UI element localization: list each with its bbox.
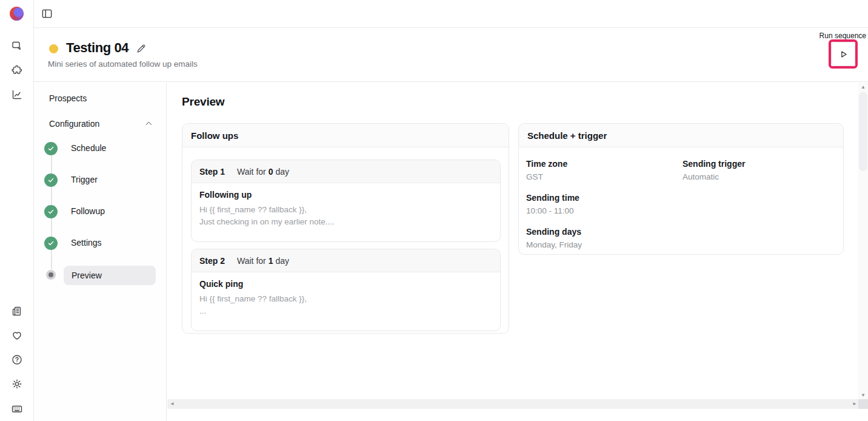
email-body-line: ...: [199, 305, 492, 317]
field-sending-days: Sending days Monday, Friday: [526, 227, 678, 249]
app-root: { "header": { "title": "Testing 04", "su…: [0, 0, 868, 421]
prospects-label: Prospects: [49, 93, 87, 103]
help-icon[interactable]: [11, 354, 23, 366]
check-circle-icon: [44, 142, 58, 155]
scroll-up-arrow-icon[interactable]: ▲: [861, 85, 866, 90]
email-subject: Quick ping: [199, 279, 492, 289]
field-sending-trigger: Sending trigger Automatic: [683, 159, 834, 181]
app-logo[interactable]: [10, 7, 24, 21]
annotation-highlight-box: [829, 39, 858, 69]
wait-text: Wait for1day: [237, 256, 289, 266]
email-body-line: Just checking in on my earlier note....: [199, 216, 492, 228]
check-circle-icon: [44, 237, 58, 250]
play-icon: [838, 49, 849, 59]
sidebar-step-preview-selected[interactable]: Preview: [64, 266, 156, 285]
step-label: Trigger: [71, 175, 98, 184]
sequence-title: Testing 04: [66, 40, 129, 56]
step-card-body: Quick ping Hi {{ first_name ?? fallback …: [192, 272, 500, 324]
chevron-up-icon[interactable]: [144, 119, 153, 128]
email-subject: Following up: [199, 190, 492, 200]
email-body-line: Hi {{ first_name ?? fallback }},: [199, 204, 492, 216]
configuration-sidebar: Prospects Configuration Schedule Trigger…: [35, 83, 167, 421]
heart-icon[interactable]: [11, 329, 23, 342]
sidebar-toggle-icon[interactable]: [41, 8, 53, 19]
followups-card: Follow ups Step 1 Wait for0day Following…: [182, 123, 509, 334]
scrollbar-corner: [858, 399, 868, 409]
scroll-right-arrow-icon[interactable]: ►: [852, 402, 857, 406]
scroll-down-arrow-icon[interactable]: ▼: [861, 393, 866, 398]
settings-gear-icon[interactable]: [11, 378, 23, 390]
edit-title-icon[interactable]: [136, 43, 147, 54]
schedule-card-title: Schedule + trigger: [519, 124, 843, 147]
left-icon-rail: [0, 0, 34, 421]
radio-current-icon: [46, 270, 56, 280]
followup-step-card: Step 2 Wait for1day Quick ping Hi {{ fir…: [191, 249, 501, 331]
field-time-zone: Time zone GST: [526, 159, 678, 181]
followups-card-title: Follow ups: [182, 124, 509, 147]
fax-icon[interactable]: [11, 305, 23, 317]
top-bar: [34, 0, 868, 28]
step-label: Settings: [71, 238, 102, 248]
sidebar-step-settings[interactable]: Settings: [35, 237, 167, 250]
sidebar-step-followup[interactable]: Followup: [35, 205, 167, 218]
sidebar-step-trigger[interactable]: Trigger: [35, 173, 167, 187]
step-number-label: Step 1: [199, 167, 225, 177]
status-dot: [49, 44, 58, 53]
run-sequence-label: Run sequence: [820, 32, 866, 40]
sequence-subtitle: Mini series of automated follow up email…: [48, 59, 198, 69]
schedule-trigger-card: Schedule + trigger Time zone GST Sending…: [518, 123, 844, 255]
wait-text: Wait for0day: [237, 167, 289, 177]
horizontal-scrollbar-track[interactable]: [167, 399, 858, 409]
step-label: Schedule: [71, 143, 106, 153]
step-card-header: Step 2 Wait for1day: [192, 249, 500, 272]
vertical-scrollbar-thumb[interactable]: [859, 92, 867, 171]
step-label: Followup: [71, 206, 105, 216]
step-card-body: Following up Hi {{ first_name ?? fallbac…: [192, 183, 500, 235]
page-title-preview: Preview: [182, 95, 224, 109]
check-circle-icon: [44, 205, 58, 218]
run-sequence-button[interactable]: [831, 42, 855, 66]
step-number-label: Step 2: [199, 256, 225, 266]
scroll-left-arrow-icon[interactable]: ◄: [170, 402, 175, 406]
keyboard-icon[interactable]: [11, 403, 23, 415]
sequence-header: Testing 04 Mini series of automated foll…: [34, 28, 868, 82]
integrations-puzzle-icon[interactable]: [11, 64, 23, 76]
followup-step-card: Step 1 Wait for0day Following up Hi {{ f…: [191, 160, 501, 242]
check-circle-icon: [44, 173, 58, 187]
step-card-header: Step 1 Wait for0day: [192, 160, 500, 183]
analytics-chart-icon[interactable]: [11, 89, 23, 101]
email-body-line: Hi {{ first_name ?? fallback }},: [199, 293, 492, 305]
step-label: Preview: [72, 266, 102, 285]
chat-icon[interactable]: [11, 40, 23, 52]
configuration-label: Configuration: [49, 119, 99, 129]
sidebar-step-schedule[interactable]: Schedule: [35, 142, 167, 155]
field-sending-time: Sending time 10:00 - 11:00: [526, 193, 678, 215]
sidebar-item-prospects[interactable]: Prospects: [35, 89, 167, 107]
